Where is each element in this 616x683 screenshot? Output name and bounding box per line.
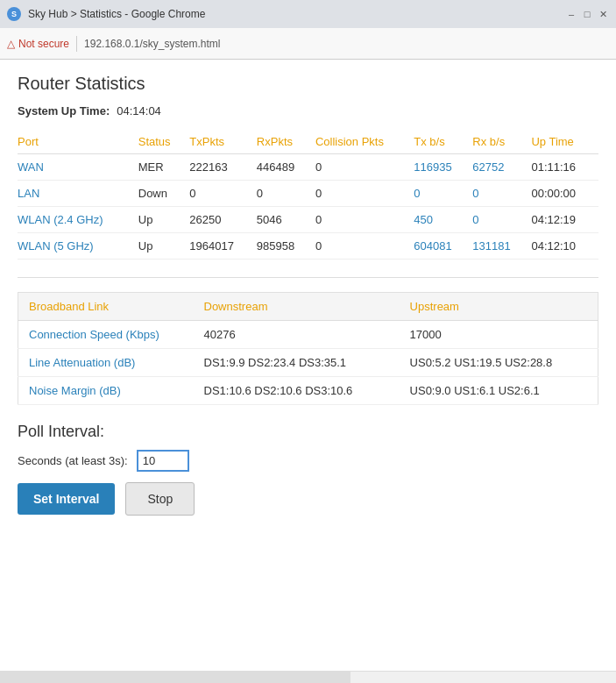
table-cell: 131181 <box>472 233 531 260</box>
poll-title: Poll Interval: <box>18 423 598 441</box>
page-title: Router Statistics <box>18 74 598 94</box>
divider <box>18 277 598 278</box>
url-display[interactable]: 192.168.0.1/sky_system.html <box>84 38 220 50</box>
table-row: WANMER22216344648901169356275201:11:16 <box>18 154 598 181</box>
table-cell: 446489 <box>257 154 315 181</box>
table-cell: 01:11:16 <box>531 154 598 181</box>
table-cell: 0 <box>315 233 414 260</box>
uptime-row: System Up Time: 04:14:04 <box>18 104 598 117</box>
bb-label-cell: Noise Margin (dB) <box>18 377 194 405</box>
window-controls: – □ ✕ <box>565 8 609 20</box>
scroll-thumb <box>0 672 350 683</box>
set-interval-button[interactable]: Set Interval <box>18 483 115 515</box>
window-title: Sky Hub > Statistics - Google Chrome <box>28 8 558 20</box>
table-cell: WLAN (2.4 GHz) <box>18 207 138 233</box>
bb-downstream-cell: DS1:10.6 DS2:10.6 DS3:10.6 <box>194 377 400 405</box>
not-secure-label: Not secure <box>18 38 69 50</box>
bb-downstream-cell: DS1:9.9 DS2:23.4 DS3:35.1 <box>194 349 400 377</box>
table-cell: MER <box>138 154 190 181</box>
maximize-button[interactable]: □ <box>581 8 593 20</box>
col-status: Status <box>138 130 190 154</box>
col-rxpkts: RxPkts <box>257 130 315 154</box>
table-row: LANDown0000000:00:00 <box>18 181 598 207</box>
col-rxbs: Rx b/s <box>472 130 531 154</box>
horizontal-scrollbar[interactable] <box>0 671 616 683</box>
tab-icon: S <box>7 7 21 21</box>
table-cell: WLAN (5 GHz) <box>18 233 138 260</box>
minimize-button[interactable]: – <box>565 8 577 20</box>
col-port: Port <box>18 130 138 154</box>
uptime-label: System Up Time: <box>18 104 110 117</box>
security-warning: △ Not secure <box>7 38 69 50</box>
poll-interval-input[interactable] <box>137 450 189 472</box>
table-row: WLAN (2.4 GHz)Up2625050460450004:12:19 <box>18 207 598 233</box>
seconds-label: Seconds (at least 3s): <box>18 454 128 467</box>
poll-section: Poll Interval: Seconds (at least 3s): Se… <box>18 423 598 516</box>
bb-col-upstream: Upstream <box>400 293 598 321</box>
table-cell: Up <box>138 207 190 233</box>
stats-table-header: Port Status TxPkts RxPkts Collision Pkts… <box>18 130 598 154</box>
bb-table-header: Broadband Link Downstream Upstream <box>18 293 598 321</box>
chrome-window: S Sky Hub > Statistics - Google Chrome –… <box>0 0 616 683</box>
bb-upstream-cell: US0:9.0 US1:6.1 US2:6.1 <box>400 377 598 405</box>
table-cell: 04:12:10 <box>531 233 598 260</box>
button-row: Set Interval Stop <box>18 482 598 516</box>
warning-icon: △ <box>7 38 15 50</box>
table-cell: 00:00:00 <box>531 181 598 207</box>
bb-downstream-cell: 40276 <box>194 321 400 349</box>
table-cell: 5046 <box>257 207 315 233</box>
col-txpkts: TxPkts <box>189 130 257 154</box>
table-cell: WAN <box>18 154 138 181</box>
uptime-value: 04:14:04 <box>117 104 161 117</box>
stats-table: Port Status TxPkts RxPkts Collision Pkts… <box>18 130 598 260</box>
bb-label-cell: Line Attenuation (dB) <box>18 349 194 377</box>
table-cell: 0 <box>414 181 472 207</box>
table-cell: 0 <box>315 181 414 207</box>
table-cell: Down <box>138 181 190 207</box>
bb-col-downstream: Downstream <box>194 293 400 321</box>
table-cell: 0 <box>189 181 257 207</box>
table-cell: Up <box>138 233 190 260</box>
table-cell: 62752 <box>472 154 531 181</box>
broadband-table: Broadband Link Downstream Upstream Conne… <box>18 292 598 405</box>
main-content: Router Statistics System Up Time: 04:14:… <box>0 60 616 671</box>
bb-label-cell: Connection Speed (Kbps) <box>18 321 194 349</box>
table-row: WLAN (5 GHz)Up19640179859580604081131181… <box>18 233 598 260</box>
col-txbs: Tx b/s <box>414 130 472 154</box>
poll-row: Seconds (at least 3s): <box>18 450 598 472</box>
table-cell: 0 <box>315 207 414 233</box>
col-collision: Collision Pkts <box>315 130 414 154</box>
table-cell: 04:12:19 <box>531 207 598 233</box>
table-cell: 0 <box>472 181 531 207</box>
bb-upstream-cell: 17000 <box>400 321 598 349</box>
table-cell: 0 <box>257 181 315 207</box>
title-bar: S Sky Hub > Statistics - Google Chrome –… <box>0 0 616 28</box>
table-cell: 222163 <box>189 154 257 181</box>
separator <box>76 36 77 52</box>
table-cell: 0 <box>315 154 414 181</box>
table-cell: 985958 <box>257 233 315 260</box>
table-cell: 0 <box>472 207 531 233</box>
table-cell: 450 <box>414 207 472 233</box>
table-cell: LAN <box>18 181 138 207</box>
table-cell: 604081 <box>414 233 472 260</box>
table-row: Noise Margin (dB)DS1:10.6 DS2:10.6 DS3:1… <box>18 377 598 405</box>
stop-button[interactable]: Stop <box>125 482 195 516</box>
bb-upstream-cell: US0:5.2 US1:19.5 US2:28.8 <box>400 349 598 377</box>
col-uptime: Up Time <box>531 130 598 154</box>
table-cell: 1964017 <box>189 233 257 260</box>
address-bar: △ Not secure 192.168.0.1/sky_system.html <box>0 28 616 60</box>
table-cell: 116935 <box>414 154 472 181</box>
close-button[interactable]: ✕ <box>597 8 609 20</box>
table-cell: 26250 <box>189 207 257 233</box>
bb-col-link: Broadband Link <box>18 293 194 321</box>
table-row: Connection Speed (Kbps)4027617000 <box>18 321 598 349</box>
table-row: Line Attenuation (dB)DS1:9.9 DS2:23.4 DS… <box>18 349 598 377</box>
